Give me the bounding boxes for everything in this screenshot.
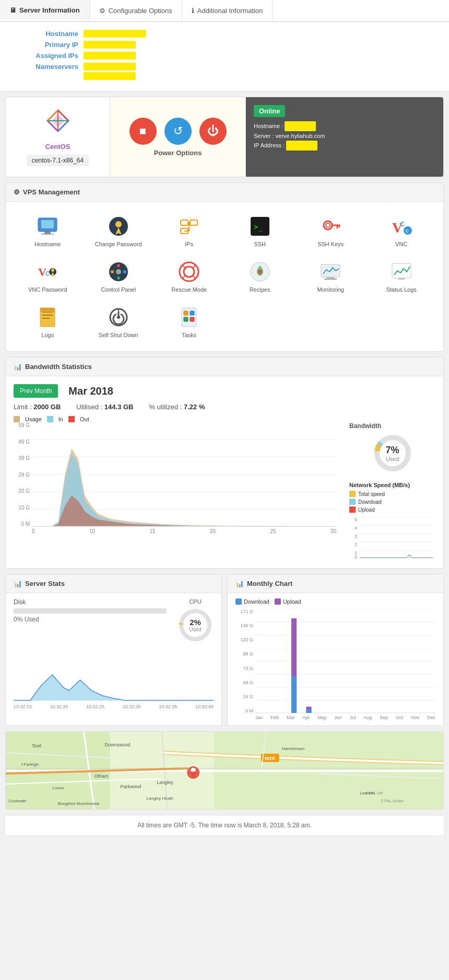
configurable-icon: ⚙ <box>99 7 105 15</box>
vps-section-header: ⚙ VPS Management <box>6 183 443 202</box>
network-speed-section: Network Speed (MB/s) Total speed Downloa… <box>349 482 435 560</box>
main-bw-chart: 59 G 49 G 39 G 29 G 20 G 10 G 0 M <box>14 422 336 560</box>
svg-point-39 <box>117 276 120 280</box>
svg-rect-51 <box>324 279 337 280</box>
svg-text:CTRL-UP: CTRL-UP <box>365 791 383 795</box>
power-panel: ■ ↺ ⏻ Power Options <box>110 97 246 177</box>
server-stats-header: 📊 Server Stats <box>6 574 221 593</box>
svg-point-22 <box>324 221 332 229</box>
svg-text:Boughton Monchelsea: Boughton Monchelsea <box>58 801 100 806</box>
primary-ip-row: Primary IP <box>10 41 439 49</box>
vps-management-grid: Hostname Change Password <box>14 210 435 343</box>
svg-point-40 <box>111 270 114 273</box>
time-axis: 10:32:15 10:32:20 10:32:25 10:32:30 10:3… <box>14 702 214 709</box>
primary-ip-value <box>84 41 136 49</box>
svg-rect-9 <box>41 220 54 228</box>
svg-text:CTRL-Down: CTRL-Down <box>381 799 404 803</box>
vps-item-change-password[interactable]: Change Password <box>85 210 153 252</box>
vps-item-vnc-password[interactable]: V c VNC Password <box>14 255 82 298</box>
self-shut-down-icon <box>107 306 130 329</box>
vps-item-recipes[interactable]: Recipes <box>226 255 294 298</box>
download-legend: Download <box>349 499 435 505</box>
tab-server-info[interactable]: 🖥 Server Information <box>0 0 90 21</box>
vps-item-logs[interactable]: Logs <box>14 301 82 343</box>
speed-svg: 5 4 3 2 1 0 <box>349 517 433 559</box>
svg-rect-15 <box>190 220 197 225</box>
map-svg: M20 Tovil t Farleigh Downswood Otham Loo… <box>6 732 443 810</box>
svg-text:M20: M20 <box>265 755 275 761</box>
hostname-icon <box>36 215 59 238</box>
bw-controls: Prev Month Mar 2018 <box>14 384 435 398</box>
svg-line-43 <box>182 265 186 269</box>
server-monthly-row: 📊 Server Stats Disk 0% Used CPU <box>5 574 444 726</box>
vps-item-ips[interactable]: IPs <box>155 210 223 252</box>
svg-line-44 <box>192 265 196 269</box>
monitoring-icon <box>319 260 342 283</box>
monthly-y-axis: 171 G 146 G 122 G 98 G 73 G 49 G 24 G 0 … <box>235 609 255 713</box>
online-badge: Online <box>254 105 285 117</box>
bandwidth-content: Prev Month Mar 2018 Limit : 2000 GB Util… <box>6 376 443 568</box>
control-panel-icon <box>107 260 130 283</box>
svg-rect-107 <box>291 676 297 713</box>
vps-item-control-panel[interactable]: Control Panel <box>85 255 153 298</box>
additional-icon: ℹ <box>192 7 194 15</box>
tab-additional[interactable]: ℹ Additional Information <box>182 0 273 21</box>
monthly-chart-section: 📊 Monthly Chart Download Upload 171 G 1 <box>227 574 444 726</box>
vps-item-rescue-mode[interactable]: Rescue Mode <box>155 255 223 298</box>
upload-legend-box <box>349 506 356 513</box>
bandwidth-donut: 7% Used <box>372 432 413 474</box>
status-hostname: Hostname : <box>254 121 435 131</box>
vps-item-self-shut-down[interactable]: Self Shut Down <box>85 301 153 343</box>
monthly-x-axis: Jan Feb Mar Apr May Jun Jul Aug Sep Oct … <box>235 715 435 720</box>
vps-item-monitoring[interactable]: Monitoring <box>297 255 365 298</box>
stats-chart-icon: 📊 <box>14 580 22 587</box>
prev-month-button[interactable]: Prev Month <box>14 384 58 398</box>
vps-item-vnc[interactable]: V c c VNC <box>368 210 436 252</box>
x-axis: 5 10 15 20 25 30 <box>14 527 336 534</box>
bw-stats: Limit : 2000 GB Utilised : 144.3 GB % ut… <box>14 403 435 411</box>
map-section: M20 Tovil t Farleigh Downswood Otham Loo… <box>5 731 444 810</box>
monthly-chart-area: 171 G 146 G 122 G 98 G 73 G 49 G 24 G 0 … <box>235 609 435 713</box>
svg-line-45 <box>182 275 186 279</box>
status-panel: Online Hostname : Server : verve.hyliahu… <box>246 97 443 177</box>
os-brand: CentOS <box>45 143 70 151</box>
svg-rect-66 <box>190 317 194 321</box>
server-info-panel: Hostname Primary IP Assigned IPs Nameser… <box>0 22 449 91</box>
svg-text:4: 4 <box>355 525 357 531</box>
assigned-ips-value <box>84 52 136 60</box>
stats-row: Disk 0% Used CPU 2% <box>14 598 214 643</box>
monthly-upload-legend: Upload <box>275 598 301 605</box>
vps-item-hostname[interactable]: Hostname <box>14 210 82 252</box>
status-server: Server : verve.hyliahub.com <box>254 131 435 141</box>
tab-configurable[interactable]: ⚙ Configurable Options <box>90 0 182 21</box>
speed-legend: Total speed Download Upload <box>349 491 435 513</box>
stop-button[interactable]: ■ <box>129 118 157 145</box>
tab-bar: 🖥 Server Information ⚙ Configurable Opti… <box>0 0 449 22</box>
cpu-donut-center: 2% Used <box>189 618 201 632</box>
vps-item-tasks[interactable]: Tasks <box>155 301 223 343</box>
recipes-icon <box>249 260 271 283</box>
svg-marker-96 <box>14 675 214 700</box>
svg-point-36 <box>116 269 121 274</box>
ssh-keys-icon <box>319 215 342 238</box>
monthly-legend: Download Upload <box>235 598 435 605</box>
footer: All times are GMT -5. The time now is Ma… <box>5 815 444 835</box>
bandwidth-donut-title: Bandwidth <box>349 422 435 430</box>
usage-legend-box <box>14 416 20 422</box>
vps-management-section: ⚙ VPS Management Hostname <box>5 182 444 352</box>
svg-point-37 <box>117 264 120 267</box>
cpu-line-chart: 10:32:15 10:32:20 10:32:25 10:32:30 10:3… <box>14 649 214 709</box>
status-ip: IP Address : <box>254 141 435 151</box>
shutdown-button[interactable]: ⏻ <box>199 118 227 145</box>
total-speed-legend-box <box>349 491 356 497</box>
vnc-password-icon: V c <box>36 260 59 283</box>
bw-pct: % utilized : 7.22 % <box>149 403 205 411</box>
vps-item-ssh[interactable]: >_ SSH <box>226 210 294 252</box>
vps-item-status-logs[interactable]: Status Logs <box>368 255 436 298</box>
tasks-icon <box>178 306 200 329</box>
disk-block: Disk 0% Used <box>14 598 167 643</box>
restart-button[interactable]: ↺ <box>164 118 192 145</box>
y-axis: 59 G 49 G 39 G 29 G 20 G 10 G 0 M <box>14 422 32 527</box>
vps-item-ssh-keys[interactable]: SSH Keys <box>297 210 365 252</box>
gear-icon: ⚙ <box>14 188 20 196</box>
